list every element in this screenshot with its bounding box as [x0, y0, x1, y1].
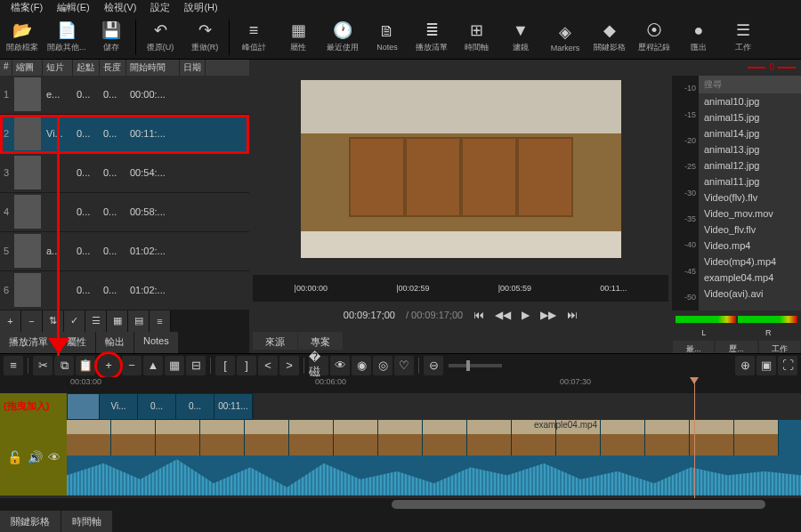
zoom-fit-button[interactable]: ▣ [756, 356, 776, 375]
playlist-row[interactable]: 40...0...00:58:... [0, 193, 249, 232]
timeline-ruler[interactable]: 00:03:00 00:06:00 00:07:30 [0, 377, 801, 393]
ripple-markers-button[interactable]: ♡ [394, 356, 414, 375]
zoom-in-button[interactable]: ⊕ [735, 356, 755, 375]
jobs-button[interactable]: ☰工作 [721, 16, 765, 59]
up-down-button[interactable]: ⇅ [43, 310, 64, 332]
file-item[interactable]: Video_flv.flv [699, 222, 801, 238]
file-item[interactable]: animal12.jpg [699, 157, 801, 173]
hide-icon[interactable]: 👁 [48, 450, 61, 464]
timeline-tracks[interactable]: 00:03:00 00:06:00 00:07:30 (拖曳加入) 🔓 🔊 👁 … [0, 377, 801, 498]
menu-button[interactable]: ≡ [150, 310, 171, 332]
history-button[interactable]: ⦿歷程記錄 [632, 16, 676, 59]
keyframes-button[interactable]: ◆關鍵影格 [587, 16, 632, 59]
check-button[interactable]: ✓ [64, 310, 85, 332]
ripple-button[interactable]: ◉ [352, 356, 371, 375]
search-field[interactable]: 搜尋 [699, 76, 801, 93]
file-item[interactable]: example04.mp4 [699, 270, 801, 286]
zoom-slider[interactable] [449, 364, 502, 367]
timeline-clip[interactable] [67, 420, 801, 496]
lock-icon[interactable]: 🔓 [7, 450, 22, 464]
tab-export[interactable]: 輸出 [96, 332, 134, 353]
dragged-clip[interactable]: Vi... 0... 0... 00:11... [67, 393, 254, 420]
file-item[interactable]: animal13.jpg [699, 141, 801, 157]
file-item[interactable]: animal14.jpg [699, 125, 801, 141]
peak-meter-button[interactable]: ≡峰值計 [231, 16, 276, 59]
file-item[interactable]: animal11.jpg [699, 173, 801, 189]
export-button[interactable]: ●匯出 [676, 16, 721, 59]
lift-button[interactable]: ▲ [143, 356, 163, 375]
time-ruler[interactable]: |00:00:00 |00:02:59 |00:05:59 00:11... [253, 275, 668, 302]
split-button[interactable]: ⊟ [186, 356, 206, 375]
tiles-view-button[interactable]: ▤ [128, 310, 150, 332]
mute-icon[interactable]: 🔊 [28, 450, 43, 464]
menu-settings[interactable]: 設定 [143, 1, 177, 14]
play-button[interactable]: ▶ [522, 309, 530, 321]
file-item[interactable]: Video(mp4).mp4 [699, 254, 801, 270]
skip-forward-button[interactable]: ⏭ [567, 309, 578, 321]
zoom-out-button[interactable]: ⊖ [424, 356, 443, 375]
menu-view[interactable]: 檢視(V) [97, 1, 144, 14]
scrub-button[interactable]: 👁 [330, 356, 350, 375]
next-button[interactable]: > [279, 356, 299, 375]
timecode-current[interactable]: 00:09:17;00 [344, 310, 395, 320]
playlist-button[interactable]: ≣播放清單 [409, 16, 454, 59]
add-button[interactable]: + [0, 310, 21, 332]
paste-button[interactable]: 📋 [76, 356, 95, 375]
recent-button[interactable]: 🕐最近使用 [320, 16, 365, 59]
open-file-button[interactable]: 📂開啟檔案 [0, 16, 44, 59]
tab-keyframes[interactable]: 關鍵影格 [0, 511, 61, 532]
file-item[interactable]: animal15.jpg [699, 109, 801, 125]
copy-button[interactable]: ⧉ [54, 356, 74, 375]
tab-project[interactable]: 專案 [298, 332, 343, 350]
tab-source[interactable]: 來源 [253, 332, 297, 350]
playhead[interactable] [694, 377, 695, 498]
fullscreen-button[interactable]: ⛶ [778, 356, 797, 375]
playlist-row[interactable]: 5a...0...0...01:02:... [0, 232, 249, 271]
playlist-row[interactable]: 60...0...01:02:... [0, 271, 249, 310]
list-view-button[interactable]: ☰ [85, 310, 107, 332]
tab-notes[interactable]: Notes [134, 332, 178, 353]
menu-file[interactable]: 檔案(F) [4, 1, 50, 14]
file-item[interactable]: Video.mp4 [699, 238, 801, 254]
remove-button[interactable]: − [122, 356, 142, 375]
menu-edit[interactable]: 編輯(E) [50, 1, 97, 14]
playlist-row[interactable]: 2Vi...0...0...00:11:... [0, 115, 249, 154]
remove-button[interactable]: − [21, 310, 43, 332]
menu-help[interactable]: 說明(H) [177, 1, 224, 14]
timeline-button[interactable]: ⊞時間軸 [454, 16, 498, 59]
file-browser[interactable]: 搜尋 animal10.jpganimal15.jpganimal14.jpga… [699, 76, 801, 310]
menu-button[interactable]: ≡ [4, 356, 23, 375]
file-item[interactable]: animal10.jpg [699, 93, 801, 109]
track2-header[interactable]: 🔓 🔊 👁 [0, 420, 67, 496]
snap-button[interactable]: �磁 [309, 356, 328, 375]
skip-back-button[interactable]: ⏮ [473, 309, 484, 321]
undo-button[interactable]: ↶復原(U) [138, 16, 182, 59]
open-other-button[interactable]: 📄開啟其他... [44, 16, 89, 59]
playlist-row[interactable]: 1e...0...0...00:00:... [0, 76, 249, 115]
ripple-all-button[interactable]: ◎ [373, 356, 392, 375]
filters-button[interactable]: ▼濾鏡 [498, 16, 543, 59]
prev-button[interactable]: < [258, 356, 278, 375]
tab-playlist[interactable]: 播放清單 [0, 332, 57, 353]
markers-button[interactable]: ◈Markers [543, 16, 587, 59]
file-item[interactable]: Video(flv).flv [699, 189, 801, 206]
rewind-button[interactable]: ◀◀ [495, 309, 511, 321]
overwrite-button[interactable]: ▦ [165, 356, 184, 375]
tab-timeline[interactable]: 時間軸 [61, 511, 112, 532]
cut-button[interactable]: ✂ [33, 356, 53, 375]
notes-button[interactable]: 🗎Notes [365, 16, 409, 59]
track1-header[interactable]: (拖曳加入) [0, 393, 67, 420]
grid-view-button[interactable]: ▦ [107, 310, 128, 332]
mark-in-button[interactable]: [ [215, 356, 235, 375]
file-item[interactable]: Video_mov.mov [699, 206, 801, 222]
timeline-scrollbar[interactable] [0, 498, 801, 511]
save-button[interactable]: 💾儲存 [89, 16, 134, 59]
tab-properties[interactable]: 屬性 [58, 332, 95, 353]
file-item[interactable]: Video(avi).avi [699, 286, 801, 302]
playlist-row[interactable]: 30...0...00:54:... [0, 154, 249, 193]
mark-out-button[interactable]: ] [237, 356, 256, 375]
append-button[interactable]: + [97, 354, 120, 377]
redo-button[interactable]: ↷重做(R) [182, 16, 227, 59]
properties-button[interactable]: ▦屬性 [276, 16, 320, 59]
preview-viewport[interactable] [253, 63, 668, 275]
